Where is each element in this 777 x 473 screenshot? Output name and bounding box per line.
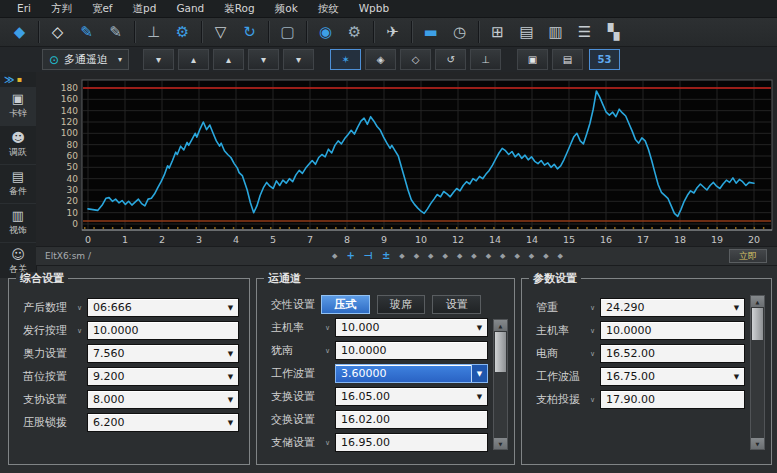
scroll-up-button[interactable]: ▲: [751, 296, 764, 307]
probe-tool-button[interactable]: ⊥: [140, 20, 167, 44]
ground-button[interactable]: ⊥: [470, 49, 501, 70]
select-tool-button[interactable]: ◇: [44, 20, 71, 44]
sidebar-expander[interactable]: ≫ ▪: [0, 72, 36, 87]
gear-settings-button[interactable]: ⚙: [169, 20, 196, 44]
edit-pen-button[interactable]: ✎: [73, 20, 100, 44]
panel-3-combobox-5[interactable]: 17.90.00: [600, 390, 745, 409]
marker-top-button[interactable]: ▴: [213, 49, 244, 70]
menu-item-5[interactable]: 装Rog: [217, 0, 267, 17]
dropdown-arrow-icon[interactable]: ▼: [224, 392, 237, 407]
menu-item-7[interactable]: 按纹: [311, 0, 352, 17]
panel-3-scrollbar[interactable]: ▲▼: [750, 295, 765, 450]
menu-item-4[interactable]: Gand: [169, 0, 217, 17]
chevron-down-button-1[interactable]: ▾: [143, 49, 174, 70]
rotate-ccw-button[interactable]: ↺: [435, 49, 466, 70]
scroll-down-button[interactable]: ▼: [751, 438, 764, 449]
burst-tool-button[interactable]: ✶: [330, 49, 361, 70]
panel-1-combobox-2[interactable]: 10.0000: [87, 321, 239, 340]
footer-dot-marker[interactable]: ◆: [428, 253, 433, 260]
footer-control-icon[interactable]: ±: [382, 251, 390, 261]
panel-2-combobox-6[interactable]: 16.95.00: [335, 433, 488, 452]
window-mode-button[interactable]: ▣: [517, 49, 548, 70]
dropdown-arrow-icon[interactable]: ▼: [224, 369, 237, 384]
dropdown-arrow-icon[interactable]: ▼: [471, 365, 487, 382]
dropdown-arrow-icon[interactable]: ▼: [473, 320, 486, 335]
sidebar-item-3[interactable]: ▤备件: [0, 165, 36, 204]
menu-item-3[interactable]: 道pd: [126, 0, 170, 17]
clock-button[interactable]: ◷: [446, 20, 473, 44]
footer-dot-marker[interactable]: ◆: [500, 253, 505, 260]
panel-3-combobox-4[interactable]: 16.75.00▼: [600, 367, 745, 386]
scroll-thumb[interactable]: [495, 332, 506, 372]
panel-2-combobox-1[interactable]: 10.000▼: [335, 318, 488, 337]
tab-2[interactable]: 玻席: [377, 295, 426, 314]
footer-dot-marker[interactable]: ◆: [558, 253, 563, 260]
panel-3-combobox-2[interactable]: 10.0000: [600, 321, 745, 340]
footer-dot-marker[interactable]: ◆: [332, 253, 337, 260]
wrench-button[interactable]: ⚙: [341, 20, 368, 44]
list-menu-button[interactable]: ☰: [571, 20, 598, 44]
shield-button[interactable]: ▽: [207, 20, 234, 44]
sidebar-item-1[interactable]: ▣卡锌: [0, 87, 36, 126]
calendar-button[interactable]: ⊞: [484, 20, 511, 44]
dropdown-arrow-icon[interactable]: ▼: [224, 300, 237, 315]
dropdown-arrow-icon[interactable]: ▼: [730, 369, 743, 384]
menu-item-0[interactable]: Eri: [10, 0, 44, 17]
panel-1-combobox-5[interactable]: 8.000▼: [87, 390, 239, 409]
chevron-down-button-2[interactable]: ▾: [248, 49, 279, 70]
footer-dot-marker[interactable]: ◆: [543, 253, 548, 260]
globe-badge-button[interactable]: 53: [589, 49, 620, 70]
panel-2-combobox-2[interactable]: 10.0000: [335, 341, 488, 360]
menu-item-2[interactable]: 宽ef: [85, 0, 126, 17]
panel-1-combobox-4[interactable]: 9.200▼: [87, 367, 239, 386]
tab-3[interactable]: 设置: [432, 295, 481, 314]
chevron-down-button-3[interactable]: ▾: [283, 49, 314, 70]
footer-dot-marker[interactable]: ◆: [486, 253, 491, 260]
app-home-button[interactable]: ◆: [6, 20, 33, 44]
diamond-marker-button[interactable]: ◈: [365, 49, 396, 70]
refresh-button[interactable]: ↻: [236, 20, 263, 44]
menu-item-8[interactable]: Wpbb: [352, 0, 402, 17]
menu-item-6[interactable]: 频ok: [268, 0, 311, 17]
panel-2-scrollbar[interactable]: ▲▼: [493, 319, 508, 450]
channel-mode-combobox[interactable]: ⊙ 多通遥迫 ▾: [42, 49, 129, 70]
panel-3-combobox-3[interactable]: 16.52.00: [600, 344, 745, 363]
menu-item-1[interactable]: 方判: [44, 0, 85, 17]
footer-control-icon[interactable]: +: [346, 251, 354, 261]
panel-2-combobox-4[interactable]: 16.05.00▼: [335, 387, 488, 406]
dropdown-arrow-icon[interactable]: ▼: [224, 346, 237, 361]
monitor-button[interactable]: ▢: [274, 20, 301, 44]
document-button[interactable]: ▤: [513, 20, 540, 44]
panel-1-combobox-6[interactable]: 6.200▼: [87, 413, 239, 432]
card-button[interactable]: ▬: [417, 20, 444, 44]
sidebar-item-4[interactable]: ▥视饰: [0, 204, 36, 243]
panel-3-combobox-1[interactable]: 24.290▼: [600, 298, 745, 317]
footer-dot-marker[interactable]: ◆: [514, 253, 519, 260]
scroll-thumb[interactable]: [752, 308, 763, 340]
footer-dot-marker[interactable]: ◆: [529, 253, 534, 260]
layout-grid-button[interactable]: ▚: [600, 20, 627, 44]
panel-1-combobox-1[interactable]: 06:666▼: [87, 298, 239, 317]
annotate-pen-button[interactable]: ✎: [102, 20, 129, 44]
scroll-down-button[interactable]: ▼: [494, 438, 507, 449]
panel-2-combobox-5[interactable]: 16.02.00: [335, 410, 488, 429]
dropdown-arrow-icon[interactable]: ▼: [730, 300, 743, 315]
tab-1[interactable]: 压式: [321, 295, 370, 314]
panel-mode-button[interactable]: ▤: [552, 49, 583, 70]
diamond-outline-button[interactable]: ◇: [400, 49, 431, 70]
footer-control-icon[interactable]: ⊣: [364, 251, 373, 261]
snapshot-button[interactable]: ◉: [312, 20, 339, 44]
marker-up-button[interactable]: ▴: [178, 49, 209, 70]
report-button[interactable]: ▥: [542, 20, 569, 44]
dropdown-arrow-icon[interactable]: ▼: [224, 415, 237, 430]
flight-button[interactable]: ✈: [379, 20, 406, 44]
chart-action-button[interactable]: 立即: [729, 249, 767, 263]
footer-dot-marker[interactable]: ◆: [471, 253, 476, 260]
dropdown-arrow-icon[interactable]: ▼: [473, 389, 486, 404]
panel-1-combobox-3[interactable]: 7.560▼: [87, 344, 239, 363]
panel-2-combobox-3[interactable]: 3.60000▼: [335, 364, 488, 383]
footer-dot-marker[interactable]: ◆: [442, 253, 447, 260]
footer-dot-marker[interactable]: ◆: [399, 253, 404, 260]
footer-dot-marker[interactable]: ◆: [414, 253, 419, 260]
sidebar-item-2[interactable]: ☻调跃: [0, 126, 36, 165]
